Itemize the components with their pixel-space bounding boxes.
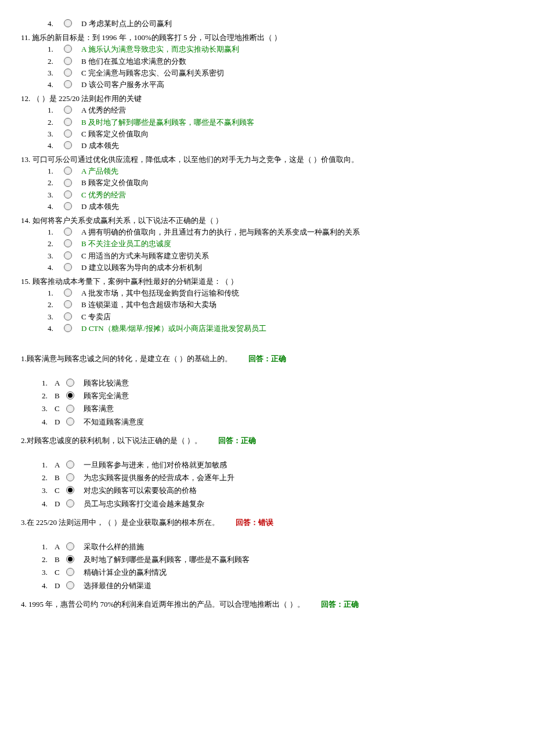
option-row: 1.A 优秀的经营 [48, 105, 534, 116]
option-number: 3. [48, 312, 64, 322]
radio-icon[interactable] [66, 391, 74, 399]
question-stem: 2.对顾客忠诚度的获利机制，以下说法正确的是（ ）。回答：正确 [21, 435, 534, 446]
option-letter: A [55, 460, 66, 470]
radio-icon[interactable] [64, 57, 72, 65]
radio-icon[interactable] [64, 312, 72, 321]
option-number: 1. [42, 460, 55, 470]
radio-icon[interactable] [64, 69, 72, 77]
option-row: 4. D员工与忠实顾客打交道会越来越复杂 [42, 499, 534, 509]
option-number: 1. [42, 542, 55, 552]
radio-icon[interactable] [64, 118, 72, 126]
radio-icon[interactable] [64, 106, 72, 114]
radio-icon[interactable] [66, 581, 74, 589]
radio-icon[interactable] [64, 129, 72, 138]
option-text: 对忠实的顾客可以索要较高的价格 [84, 485, 197, 496]
option-text: 不知道顾客满意度 [84, 417, 144, 427]
question-stem: 14. 如何将客户关系变成赢利关系，以下说法不正确的是（ ） [21, 215, 534, 226]
option-letter: C [55, 404, 66, 414]
option-text: 一旦顾客参与进来，他们对价格就更加敏感 [84, 460, 227, 470]
stem-text: 1.顾客满意与顾客忠诚之间的转化，是建立在（ ）的基础上的。 [21, 354, 232, 363]
radio-icon[interactable] [64, 190, 72, 199]
option-row: 4.D 该公司客户服务水平高 [48, 80, 534, 90]
option-number: 1. [42, 378, 55, 388]
option-number: 4. [48, 19, 64, 29]
radio-icon[interactable] [66, 473, 74, 481]
radio-icon[interactable] [64, 324, 72, 332]
question-stem: 13. 可口可乐公司通过优化供应流程，降低成本，以至他们的对手无力与之竞争，这是… [21, 154, 534, 165]
radio-icon[interactable] [64, 45, 72, 53]
radio-icon[interactable] [64, 179, 72, 187]
option-number: 2. [48, 239, 64, 249]
option-text: C 用适当的方式来与顾客建立密切关系 [81, 251, 209, 261]
option-number: 2. [42, 473, 55, 483]
option-text: B 顾客定义价值取向 [81, 178, 149, 188]
feedback-label: 回答：正确 [218, 436, 256, 445]
option-row: 4.D 建立以顾客为导向的成本分析机制 [48, 262, 534, 273]
radio-icon[interactable] [66, 460, 74, 469]
option-letter: B [55, 473, 66, 483]
option-text: A 产品领先 [81, 166, 118, 177]
option-letter: D [55, 499, 66, 509]
radio-icon[interactable] [66, 499, 74, 507]
radio-icon[interactable] [66, 568, 74, 576]
option-text: 顾客满意 [84, 404, 114, 414]
radio-icon[interactable] [64, 141, 72, 149]
option-text: D 该公司客户服务水平高 [81, 80, 164, 90]
option-row: 3. C对忠实的顾客可以索要较高的价格 [42, 485, 534, 496]
radio-icon[interactable] [66, 486, 74, 494]
option-text: D 建立以顾客为导向的成本分析机制 [81, 262, 202, 273]
option-text: 为忠实顾客提供服务的经营成本，会逐年上升 [84, 473, 234, 483]
option-row: 2. B顾客完全满意 [42, 391, 534, 401]
option-row: 4.D 成本领先 [48, 201, 534, 212]
radio-icon[interactable] [64, 239, 72, 247]
option-row: 4.D CTN（糖果/烟草/报摊）或叫小商店渠道批发贸易员工 [48, 323, 534, 334]
option-number: 3. [48, 190, 64, 200]
option-row: 2.B 连锁渠道，其中包含超级市场和大卖场 [48, 300, 534, 310]
option-text: A 优秀的经营 [81, 105, 126, 116]
option-text: 员工与忠实顾客打交道会越来越复杂 [84, 499, 204, 509]
stem-text: 4. 1995 年，惠普公司约 70%的利润来自近两年推出的产品。可以合理地推断… [21, 600, 305, 609]
option-row: 1.A 施乐认为满意导致忠实，而忠实推动长期赢利 [48, 44, 534, 55]
option-number: 1. [48, 288, 64, 298]
radio-icon[interactable] [64, 263, 72, 271]
option-number: 3. [48, 68, 64, 78]
radio-icon[interactable] [66, 417, 74, 426]
radio-icon[interactable] [64, 202, 72, 210]
radio-icon[interactable] [64, 300, 72, 308]
option-text: D 成本领先 [81, 141, 119, 151]
option-text: 采取什么样的措施 [84, 542, 144, 552]
question-stem: 1.顾客满意与顾客忠诚之间的转化，是建立在（ ）的基础上的。回答：正确 [21, 354, 534, 364]
option-row: 1. A采取什么样的措施 [42, 542, 534, 552]
radio-icon[interactable] [64, 167, 72, 175]
option-text: D 考虑某时点上的公司赢利 [81, 19, 172, 29]
radio-icon[interactable] [64, 289, 72, 297]
option-number: 3. [42, 404, 55, 414]
radio-icon[interactable] [64, 19, 72, 27]
radio-icon[interactable] [64, 251, 72, 260]
option-text: C 完全满意与顾客忠实、公司赢利关系密切 [81, 68, 224, 78]
option-letter: C [55, 567, 66, 578]
radio-icon[interactable] [66, 555, 74, 563]
option-row: 4. D不知道顾客满意度 [42, 417, 534, 427]
option-number: 2. [48, 178, 64, 188]
option-row: 4.D 成本领先 [48, 141, 534, 151]
radio-icon[interactable] [64, 228, 72, 236]
option-row: 1. A顾客比较满意 [42, 378, 534, 388]
option-text: A 拥有明确的价值取向，并且通过有力的执行，把与顾客的关系变成一种赢利的关系 [81, 227, 360, 237]
radio-icon[interactable] [66, 379, 74, 387]
radio-icon[interactable] [66, 405, 74, 413]
option-number: 4. [42, 581, 55, 591]
option-row: 3.C 优秀的经营 [48, 190, 534, 200]
option-number: 1. [48, 166, 64, 177]
option-row: 3. C精确计算企业的赢利情况 [42, 567, 534, 578]
feedback-label: 回答：正确 [248, 354, 286, 363]
feedback-label: 回答：正确 [321, 600, 359, 609]
option-number: 3. [42, 485, 55, 496]
radio-icon[interactable] [64, 80, 72, 88]
option-number: 2. [48, 300, 64, 310]
radio-icon[interactable] [66, 542, 74, 550]
option-number: 4. [48, 323, 64, 334]
option-text: D CTN（糖果/烟草/报摊）或叫小商店渠道批发贸易员工 [81, 323, 266, 334]
option-row: 2. B及时地了解到哪些是赢利顾客，哪些是不赢利顾客 [42, 555, 534, 565]
option-number: 2. [42, 555, 55, 565]
